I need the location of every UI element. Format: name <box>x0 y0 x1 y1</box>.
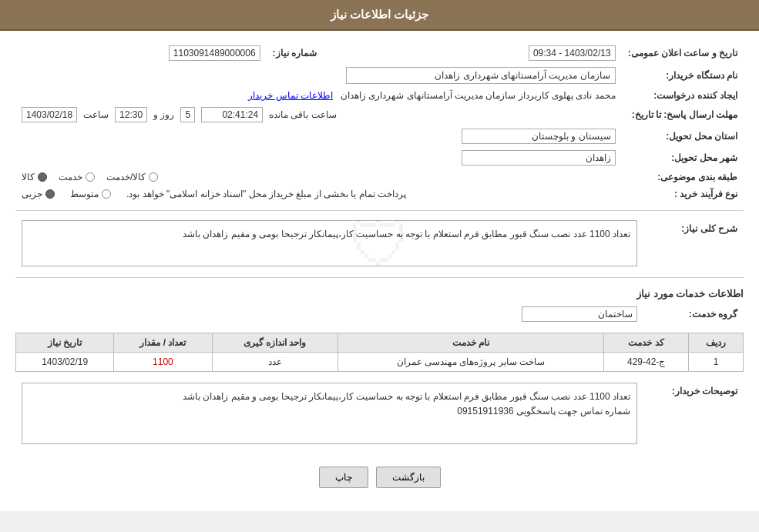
radio-motavaset[interactable]: متوسط <box>70 189 111 199</box>
tarikh-label: تاریخ و ساعت اعلان عمومی: <box>622 42 744 64</box>
jozi-label: جزیی <box>22 189 42 199</box>
tosif-value: تعداد 1100 عدد نصب سنگ قبور مطابق فرم اس… <box>22 383 637 444</box>
services-grid: ردیف کد خدمت نام خدمت واحد اندازه گیری ت… <box>15 333 744 372</box>
shomare-niaz-value: 1103091489000006 <box>169 45 260 61</box>
noe-farayand-label: نوع فرآیند خرید : <box>622 186 744 202</box>
info-table: تاریخ و ساعت اعلان عمومی: 1403/02/13 - 0… <box>15 42 744 202</box>
tarighe-label: طبقه بندی موضوعی: <box>622 169 744 186</box>
radio-khadamat[interactable]: خدمت <box>59 172 95 182</box>
mohlat-saat: 12:30 <box>115 107 147 122</box>
mohlat-label: مهلت ارسال پاسخ: تا تاریخ: <box>622 104 744 125</box>
nam-dastgah-label: نام دستگاه خریدار: <box>622 64 744 87</box>
radio-circle-khadamat <box>86 172 95 182</box>
col-date: تاریخ نیاز <box>16 333 114 353</box>
grouh-khadamat-value: ساختمان <box>522 306 637 322</box>
tamas-kharidār-link[interactable]: اطلاعات تماس خریدار <box>248 90 333 101</box>
col-name: نام خدمت <box>338 333 604 353</box>
motavaset-label: متوسط <box>70 189 99 199</box>
shomare-niaz-label: شماره نیاز: <box>267 42 367 64</box>
sharh-value: تعداد 1100 عدد نصب سنگ قبور مطابق فرم اس… <box>22 220 637 266</box>
col-code: کد خدمت <box>604 333 689 353</box>
khadamat-section-title: اطلاعات خدمات مورد نیاز <box>15 284 744 303</box>
page-title: جزئیات اطلاعات نیاز <box>331 8 428 21</box>
kala-label: کالا <box>22 172 35 182</box>
radio-circle-jozi <box>45 189 55 199</box>
ostan-label: استان محل تحویل: <box>622 125 744 147</box>
chap-button[interactable]: چاپ <box>319 467 368 488</box>
grouh-khadamat-label: گروه خدمت: <box>643 303 744 325</box>
page-header: جزئیات اطلاعات نیاز <box>0 0 759 31</box>
radio-kala[interactable]: کالا <box>22 172 47 182</box>
mohlat-date: 1403/02/18 <box>22 107 77 122</box>
ostan-value: سیستان و بلوچستان <box>462 129 616 144</box>
ijad-konande-label: ایجاد کننده درخواست: <box>622 87 744 104</box>
sharh-label: شرح کلی نیاز: <box>643 217 744 269</box>
roz-label: روز و <box>153 109 174 120</box>
bazgasht-button[interactable]: بازگشت <box>376 467 441 488</box>
radio-jozi[interactable]: جزیی <box>22 189 55 199</box>
radio-circle-kala <box>38 172 47 182</box>
khadamat-label: خدمت <box>59 172 82 182</box>
ijad-konande-value: محمد نادی پهلوی کاربرداز سازمان مدیریت آ… <box>341 90 616 101</box>
kala-khadamat-label: کالا/خدمت <box>106 172 146 182</box>
nam-dastgah-value: سازمان مدیریت آرامستانهای شهرداری زاهدان <box>346 67 616 84</box>
mohlat-roz: 5 <box>180 107 195 122</box>
shahr-label: شهر محل تحویل: <box>622 147 744 169</box>
mohlat-mande: 02:41:24 <box>201 107 263 122</box>
mande-label: ساعت باقی مانده <box>269 109 337 120</box>
shahr-value: زاهدان <box>462 150 616 166</box>
col-unit: واحد اندازه گیری <box>212 333 338 353</box>
radio-kala-khadamat[interactable]: کالا/خدمت <box>106 172 158 182</box>
saat-label: ساعت <box>83 109 109 120</box>
col-radif: ردیف <box>688 333 743 353</box>
tosif-label: توصیحات خریدار: <box>643 380 744 447</box>
table-row: 1ج-42-429ساخت سایر پروژه‌های مهندسی عمرا… <box>16 353 744 372</box>
farayand-desc: پرداخت تمام یا بخشی از مبلغ خریداز محل "… <box>126 189 406 199</box>
col-count: تعداد / مقدار <box>114 333 212 353</box>
tarikh-value: 1403/02/13 - 09:34 <box>529 45 616 61</box>
radio-circle-motavaset <box>102 189 111 199</box>
radio-circle-kala-khadamat <box>149 172 158 182</box>
button-row: بازگشت چاپ <box>15 455 744 500</box>
